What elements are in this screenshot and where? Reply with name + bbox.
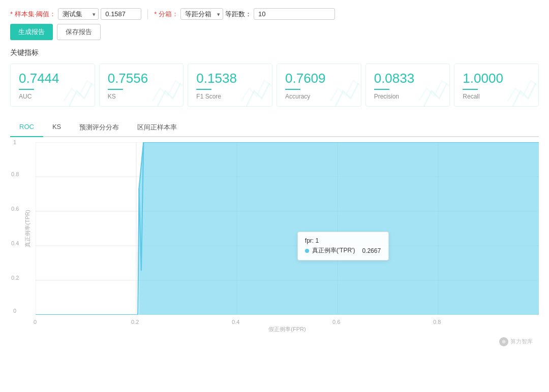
metric-card-f1-score: 0.1538 F1 Score [188,63,272,107]
tooltip-tpr-row: 真正例率('TPR') 0.2667 [305,246,381,255]
y-tick-06: 0.6 [11,206,19,212]
metric-divider [108,89,123,90]
tooltip-tpr-label: 真正例率('TPR') [312,246,355,255]
watermark-icon: ⊕ [499,337,508,346]
y-tick-08: 0.8 [11,171,19,177]
metric-card-auc: 0.7444 AUC [10,63,95,107]
tab-区间正样本率[interactable]: 区间正样本率 [128,119,186,137]
metric-divider [463,89,478,90]
watermark: ⊕ 算力智库 [499,337,533,346]
tab-KS[interactable]: KS [43,119,70,137]
roc-chart-svg [36,142,539,315]
x-axis-label: 假正例率(FPR) [268,325,306,333]
metric-card-recall: 1.0000 Recall [454,63,539,107]
save-button[interactable]: 保存报告 [57,24,101,40]
watermark-text: 算力智库 [510,338,533,345]
sample-select[interactable]: 测试集 训练集 [58,8,99,20]
tabs-row: ROCKS预测评分分布区间正样本率 [10,119,539,137]
metric-label: Accuracy [285,93,353,100]
metric-divider [285,89,300,90]
metric-value: 1.0000 [463,71,530,86]
bin-label: * 分箱： [154,10,178,19]
bin-select[interactable]: 等距分箱 等频分箱 [180,8,223,20]
divider [147,9,148,19]
metric-label: Precision [374,93,442,100]
chart-tooltip: fpr: 1 真正例率('TPR') 0.2667 [297,232,389,260]
x-tick-08: 0.8 [433,319,441,325]
metric-value: 0.0833 [374,71,442,86]
x-tick-0: 0 [34,319,37,325]
chart-inner: 1 0.8 0.6 0.4 0.2 0 0 0.2 0.4 0.6 0.8 真正… [36,142,539,315]
chart-area: 1 0.8 0.6 0.4 0.2 0 0 0.2 0.4 0.6 0.8 真正… [10,137,539,330]
metrics-row: 0.7444 AUC 0.7556 KS 0.1538 F1 Score [10,63,539,107]
bin-select-wrapper[interactable]: 等距分箱 等频分箱 [180,8,223,20]
x-tick-04: 0.4 [232,319,239,325]
tab-预测评分分布[interactable]: 预测评分分布 [70,119,128,137]
y-tick-02: 0.2 [11,275,19,281]
bin-count-input[interactable] [254,8,335,20]
y-tick-1: 1 [13,139,16,145]
metric-value: 0.7609 [285,71,353,86]
metric-value: 0.1538 [196,71,264,86]
sample-select-wrapper[interactable]: 测试集 训练集 [58,8,99,20]
bin-count-label: 等距数： [225,10,252,19]
y-tick-0: 0 [13,308,16,314]
tooltip-fpr: fpr: 1 [305,237,381,244]
button-row: 生成报告 保存报告 [10,24,539,40]
metric-divider [196,89,211,90]
metric-label: Recall [463,93,530,100]
metric-card-ks: 0.7556 KS [99,63,184,107]
metric-value: 0.7556 [108,71,175,86]
y-axis-label: 真正例率(TPR) [24,210,32,247]
metric-card-precision: 0.0833 Precision [365,63,450,107]
chart-container: 1 0.8 0.6 0.4 0.2 0 0 0.2 0.4 0.6 0.8 真正… [10,137,539,350]
tab-ROC[interactable]: ROC [10,119,43,137]
y-tick-04: 0.4 [11,240,19,246]
svg-marker-12 [36,142,539,315]
top-controls: * 样本集·阈值： 测试集 训练集 * 分箱： 等距分箱 等频分箱 等距数： [10,8,539,20]
x-tick-06: 0.6 [332,319,340,325]
sample-label: * 样本集·阈值： [10,10,56,19]
metric-label: F1 Score [196,93,264,100]
metric-divider [19,89,34,90]
x-tick-02: 0.2 [131,319,139,325]
metric-card-accuracy: 0.7609 Accuracy [277,63,361,107]
generate-button[interactable]: 生成报告 [10,24,53,40]
metric-value: 0.7444 [19,71,86,86]
section-title: 关键指标 [10,48,539,57]
metric-divider [374,89,389,90]
metric-label: AUC [19,93,86,100]
metric-label: KS [108,93,175,100]
tooltip-tpr-value: 0.2667 [362,247,381,254]
threshold-input[interactable] [101,8,141,20]
tooltip-dot [305,249,309,253]
